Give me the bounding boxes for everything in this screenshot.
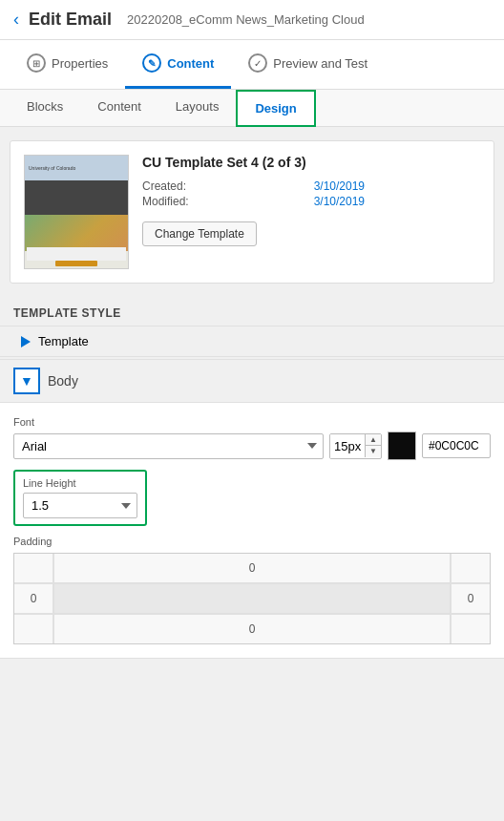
subtab-content[interactable]: Content: [80, 90, 158, 126]
tab-content[interactable]: ✎ Content: [125, 40, 231, 89]
font-label: Font: [13, 416, 491, 428]
padding-bottom-right-empty: [452, 615, 490, 643]
tab-preview-label: Preview and Test: [273, 56, 368, 71]
template-card: University of Colorado CU Template Set 4…: [10, 140, 494, 284]
subtab-layouts[interactable]: Layouts: [158, 90, 237, 126]
color-swatch[interactable]: [388, 432, 416, 460]
template-info: CU Template Set 4 (2 of 3) Created: 3/10…: [142, 155, 480, 246]
padding-left-cell[interactable]: [14, 584, 52, 613]
subtab-design[interactable]: Design: [236, 90, 315, 127]
back-button[interactable]: ‹: [13, 10, 19, 30]
tab-properties[interactable]: ⊞ Properties: [10, 40, 125, 89]
line-height-select[interactable]: 1.0 1.25 1.5 1.75 2.0: [23, 493, 137, 518]
tab-properties-label: Properties: [52, 56, 108, 71]
header: ‹ Edit Email 20220208_eComm News_Marketi…: [0, 0, 504, 40]
chevron-right-icon: [21, 336, 31, 347]
font-size-down-button[interactable]: ▼: [366, 446, 381, 457]
page-title: Edit Email: [29, 10, 112, 30]
padding-top-right-empty: [452, 554, 490, 582]
line-height-group: Line Height 1.0 1.25 1.5 1.75 2.0: [13, 470, 147, 526]
page-subtitle: 20220208_eComm News_Marketing Cloud: [127, 12, 365, 27]
padding-center-cell: [54, 584, 450, 613]
padding-top-left-empty: [14, 554, 52, 582]
padding-top-input[interactable]: [54, 554, 450, 582]
font-size-spinners: ▲ ▼: [365, 434, 381, 457]
font-row: Arial Helvetica Georgia Times New Roman …: [13, 432, 491, 460]
template-accordion-row[interactable]: Template: [0, 326, 504, 357]
created-label: Created:: [142, 179, 304, 193]
tab-preview[interactable]: ✓ Preview and Test: [231, 40, 385, 89]
body-content: Font Arial Helvetica Georgia Times New R…: [0, 403, 504, 659]
padding-bottom-left-empty: [14, 615, 52, 643]
top-tabs: ⊞ Properties ✎ Content ✓ Preview and Tes…: [0, 40, 504, 90]
template-name: CU Template Set 4 (2 of 3): [142, 155, 480, 170]
grid-icon: ⊞: [27, 53, 46, 73]
font-size-field: ▲ ▼: [329, 433, 382, 459]
template-thumbnail: University of Colorado: [24, 155, 129, 269]
body-toggle-icon[interactable]: ▼: [13, 368, 40, 394]
body-accordion: ▼ Body Font Arial Helvetica Georgia Time…: [0, 359, 504, 659]
padding-bottom-cell[interactable]: [54, 615, 450, 643]
padding-right-input[interactable]: [452, 584, 490, 613]
sub-tabs: Blocks Content Layouts Design: [0, 90, 504, 127]
check-icon: ✓: [248, 53, 267, 73]
padding-label: Padding: [13, 536, 491, 547]
body-accordion-label: Body: [48, 373, 78, 389]
pencil-icon: ✎: [142, 53, 161, 73]
line-height-label: Line Height: [23, 477, 137, 489]
padding-bottom-input[interactable]: [54, 615, 450, 643]
change-template-button[interactable]: Change Template: [142, 221, 257, 246]
tab-content-label: Content: [167, 56, 214, 71]
padding-top-cell[interactable]: [54, 554, 450, 582]
body-accordion-header[interactable]: ▼ Body: [0, 359, 504, 403]
modified-label: Modified:: [142, 195, 304, 208]
modified-value: 3/10/2019: [314, 195, 480, 208]
main-content: University of Colorado CU Template Set 4…: [0, 127, 504, 661]
template-style-header: TEMPLATE STYLE: [0, 297, 504, 326]
padding-left-input[interactable]: [14, 584, 52, 613]
template-meta: Created: 3/10/2019 Modified: 3/10/2019: [142, 179, 480, 208]
color-input[interactable]: [422, 433, 491, 458]
font-size-input[interactable]: [330, 434, 365, 458]
padding-right-cell[interactable]: [452, 584, 490, 613]
template-accordion-label: Template: [38, 334, 89, 348]
subtab-blocks[interactable]: Blocks: [10, 90, 80, 126]
font-size-up-button[interactable]: ▲: [366, 434, 381, 446]
created-value: 3/10/2019: [314, 179, 480, 193]
padding-grid: [13, 553, 491, 644]
font-select[interactable]: Arial Helvetica Georgia Times New Roman …: [13, 433, 324, 459]
